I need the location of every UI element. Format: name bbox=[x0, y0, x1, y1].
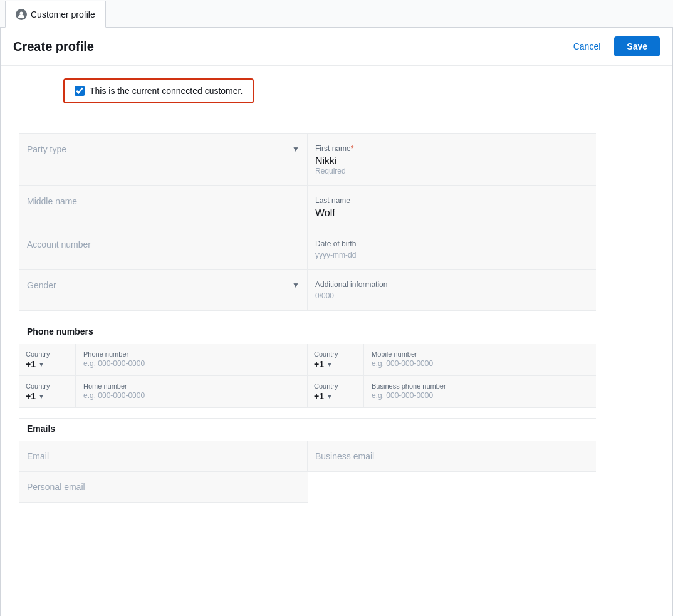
phone-row-1: Country +1 ▼ Phone number e.g. 000-000-0… bbox=[19, 344, 308, 376]
svg-point-0 bbox=[20, 11, 23, 14]
account-number-cell bbox=[19, 229, 308, 270]
tab-bar: Customer profile bbox=[0, 0, 673, 28]
country-label-business: Country bbox=[314, 382, 357, 390]
party-type-label: Party type bbox=[27, 144, 66, 154]
chevron-home: ▼ bbox=[38, 393, 44, 400]
emails-section: Emails bbox=[19, 418, 596, 503]
country-select-phone[interactable]: Country +1 ▼ bbox=[19, 344, 76, 375]
additional-info-label: Additional information bbox=[315, 280, 588, 289]
gender-chevron: ▼ bbox=[292, 281, 300, 290]
country-label-home: Country bbox=[26, 382, 69, 390]
last-name-label: Last name bbox=[315, 196, 588, 205]
additional-info-cell: Additional information 0/000 bbox=[308, 270, 596, 311]
country-value-home: +1 ▼ bbox=[26, 391, 69, 401]
date-of-birth-hint: yyyy-mm-dd bbox=[315, 251, 588, 259]
country-select-business[interactable]: Country +1 ▼ bbox=[308, 376, 364, 407]
chevron-phone: ▼ bbox=[38, 361, 44, 368]
business-phone-label: Business phone number bbox=[372, 382, 588, 390]
country-value-business: +1 ▼ bbox=[314, 391, 357, 401]
phone-number-label: Phone number bbox=[83, 350, 300, 358]
country-select-mobile[interactable]: Country +1 ▼ bbox=[308, 344, 364, 375]
middle-name-cell bbox=[19, 186, 308, 229]
avatar-icon bbox=[16, 9, 27, 20]
cancel-button[interactable]: Cancel bbox=[566, 38, 608, 55]
business-phone-hint: e.g. 000-000-0000 bbox=[372, 391, 588, 400]
connected-customer-checkbox[interactable] bbox=[75, 86, 85, 96]
checkbox-section: This is the current connected customer. bbox=[63, 78, 254, 103]
party-type-chevron: ▼ bbox=[292, 145, 300, 154]
mobile-number-hint: e.g. 000-000-0000 bbox=[372, 359, 588, 368]
business-email-input[interactable] bbox=[315, 451, 588, 461]
first-name-hint: Required bbox=[315, 167, 588, 175]
phone-row-3: Country +1 ▼ Home number e.g. 000-000-00… bbox=[19, 376, 308, 408]
home-number-wrap: Home number e.g. 000-000-0000 bbox=[76, 376, 307, 407]
middle-name-input[interactable] bbox=[27, 196, 300, 206]
main-panel: Create profile Cancel Save ➡ This is the… bbox=[0, 28, 673, 616]
gender-label: Gender bbox=[27, 280, 56, 290]
home-number-hint: e.g. 000-000-0000 bbox=[83, 391, 300, 400]
page-header: Create profile Cancel Save bbox=[1, 28, 672, 66]
email-input[interactable] bbox=[27, 451, 300, 461]
business-email-cell bbox=[308, 441, 596, 472]
phone-number-hint: e.g. 000-000-0000 bbox=[83, 359, 300, 368]
checkbox-section-wrapper: ➡ This is the current connected customer… bbox=[19, 78, 596, 118]
last-name-cell: Last name Wolf bbox=[308, 186, 596, 229]
account-number-input[interactable] bbox=[27, 239, 300, 249]
phone-section-title: Phone numbers bbox=[19, 326, 596, 337]
phone-grid: Country +1 ▼ Phone number e.g. 000-000-0… bbox=[19, 344, 596, 408]
country-value-phone: +1 ▼ bbox=[26, 359, 69, 369]
header-actions: Cancel Save bbox=[566, 36, 660, 56]
last-name-value: Wolf bbox=[315, 207, 588, 219]
personal-email-cell bbox=[19, 472, 308, 503]
phone-row-4: Country +1 ▼ Business phone number e.g. … bbox=[308, 376, 596, 408]
email-grid bbox=[19, 441, 596, 503]
save-button[interactable]: Save bbox=[614, 36, 660, 56]
page-title: Create profile bbox=[13, 39, 94, 54]
email-cell bbox=[19, 441, 308, 472]
tab-customer-profile[interactable]: Customer profile bbox=[5, 1, 106, 28]
chevron-business: ▼ bbox=[326, 393, 333, 400]
tab-label: Customer profile bbox=[31, 9, 95, 19]
party-type-cell: Party type ▼ bbox=[19, 134, 308, 186]
required-star: * bbox=[351, 144, 354, 153]
phone-section: Phone numbers Country +1 ▼ Phone number … bbox=[19, 321, 596, 408]
phone-row-2: Country +1 ▼ Mobile number e.g. 000-000-… bbox=[308, 344, 596, 376]
party-type-select[interactable]: Party type ▼ bbox=[27, 144, 300, 154]
phone-number-wrap: Phone number e.g. 000-000-0000 bbox=[76, 344, 307, 375]
country-select-home[interactable]: Country +1 ▼ bbox=[19, 376, 76, 407]
date-of-birth-label: Date of birth bbox=[315, 239, 588, 248]
form-grid: Party type ▼ First name* Nikki Required … bbox=[19, 133, 596, 311]
home-number-label: Home number bbox=[83, 382, 300, 390]
gender-cell: Gender ▼ bbox=[19, 270, 308, 311]
connected-customer-label[interactable]: This is the current connected customer. bbox=[90, 86, 243, 96]
country-value-mobile: +1 ▼ bbox=[314, 359, 357, 369]
additional-info-hint: 0/000 bbox=[315, 291, 588, 300]
mobile-number-wrap: Mobile number e.g. 000-000-0000 bbox=[364, 344, 596, 375]
emails-section-title: Emails bbox=[19, 424, 596, 434]
gender-select[interactable]: Gender ▼ bbox=[27, 280, 300, 290]
mobile-number-label: Mobile number bbox=[372, 350, 588, 358]
date-of-birth-cell: Date of birth yyyy-mm-dd bbox=[308, 229, 596, 270]
personal-email-input[interactable] bbox=[27, 482, 300, 492]
content-area: ➡ This is the current connected customer… bbox=[1, 66, 615, 515]
chevron-mobile: ▼ bbox=[326, 361, 333, 368]
first-name-label: First name* bbox=[315, 144, 588, 153]
country-label-mobile: Country bbox=[314, 350, 357, 358]
business-phone-wrap: Business phone number e.g. 000-000-0000 bbox=[364, 376, 596, 407]
first-name-value: Nikki bbox=[315, 155, 588, 167]
first-name-cell: First name* Nikki Required bbox=[308, 134, 596, 186]
country-label-phone: Country bbox=[26, 350, 69, 358]
